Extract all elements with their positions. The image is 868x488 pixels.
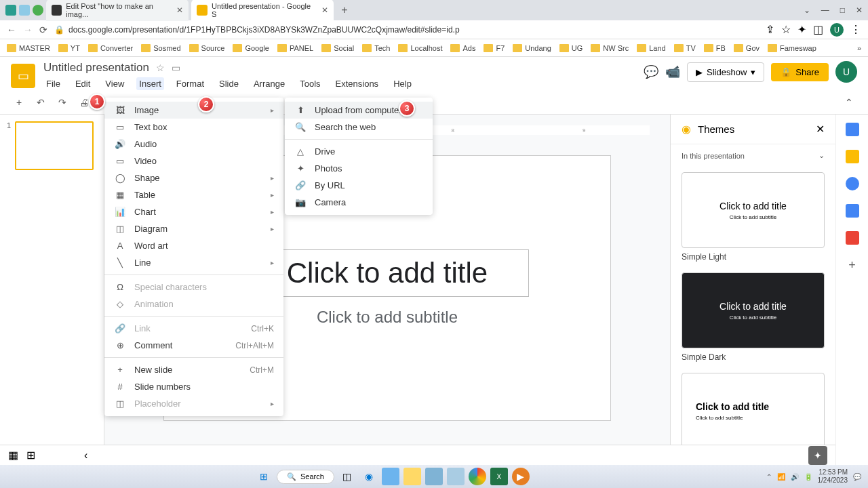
menu-slide[interactable]: Slide <box>216 77 241 90</box>
media-icon[interactable]: ▶ <box>512 468 530 485</box>
notification-icon[interactable]: 💬 <box>853 473 861 481</box>
minimize-icon[interactable]: — <box>821 5 829 15</box>
menu-view[interactable]: View <box>102 77 127 90</box>
slides-logo-icon[interactable]: ▭ <box>11 64 35 88</box>
battery-icon[interactable]: 🔋 <box>804 473 812 481</box>
meet-icon[interactable]: 📹 <box>665 64 680 79</box>
browser-tab-active[interactable]: Untitled presentation - Google S ✕ <box>191 0 334 21</box>
menu-edit[interactable]: Edit <box>73 77 93 90</box>
wifi-icon[interactable]: 📶 <box>777 473 785 481</box>
bookmark-item[interactable]: Gov <box>734 44 760 52</box>
theme-card[interactable]: Click to add title Click to add subtitle… <box>682 172 825 262</box>
bookmark-item[interactable]: PANEL <box>277 44 313 52</box>
ext-icon[interactable] <box>19 5 30 16</box>
share-icon[interactable]: ⇪ <box>766 23 774 36</box>
store-icon[interactable] <box>425 468 443 485</box>
bookmark-item[interactable]: FB <box>704 44 726 52</box>
slide-thumbnail[interactable]: 1 <box>7 121 97 170</box>
keep-icon[interactable] <box>846 150 859 163</box>
bookmark-item[interactable]: Localhost <box>398 44 442 52</box>
ext-icon[interactable] <box>33 5 43 16</box>
tasks-icon[interactable] <box>846 177 859 190</box>
close-icon[interactable]: ✕ <box>321 5 328 15</box>
forward-icon[interactable]: → <box>23 24 33 35</box>
themes-section[interactable]: In this presentation ⌄ <box>671 144 835 167</box>
explorer-icon[interactable] <box>403 468 421 485</box>
menu-item-audio[interactable]: 🔊Audio <box>104 136 283 152</box>
menu-tools[interactable]: Tools <box>297 77 323 90</box>
menu-item-textbox[interactable]: ▭Text box <box>104 119 283 136</box>
collapse-icon[interactable]: ⌃ <box>841 94 857 110</box>
back-icon[interactable]: ← <box>7 24 16 35</box>
chevron-up-icon[interactable]: ⌃ <box>766 473 772 481</box>
submenu-camera[interactable]: 📷Camera <box>285 194 433 211</box>
user-avatar[interactable]: U <box>835 61 857 83</box>
bookmark-item[interactable]: Social <box>321 44 354 52</box>
reload-icon[interactable]: ⟳ <box>39 24 47 35</box>
new-slide-button[interactable]: + <box>11 94 27 110</box>
bookmark-item[interactable]: UG <box>559 44 583 52</box>
menu-item-video[interactable]: ▭Video <box>104 152 283 169</box>
filmstrip-icon[interactable]: ▦ <box>8 449 18 462</box>
browser-tab[interactable]: Edit Post "how to make an imag... ✕ <box>46 0 189 21</box>
menu-item-wordart[interactable]: AWord art <box>104 237 283 254</box>
url-field[interactable]: 🔒 docs.google.com/presentation/d/1FP1HyT… <box>54 25 759 35</box>
bookmark-item[interactable]: F7 <box>484 44 505 52</box>
bookmark-item[interactable]: TV <box>674 44 696 52</box>
bookmark-item[interactable]: Converter <box>88 44 133 52</box>
profile-avatar[interactable]: U <box>830 23 844 37</box>
doc-title[interactable]: Untitled presentation <box>43 61 149 75</box>
bookmark-item[interactable]: NW Src <box>591 44 629 52</box>
move-icon[interactable]: ▭ <box>172 62 180 73</box>
volume-icon[interactable]: 🔊 <box>791 473 799 481</box>
menu-arrange[interactable]: Arrange <box>251 77 288 90</box>
bookmark-item[interactable]: YT <box>58 44 80 52</box>
notepad-icon[interactable] <box>447 468 465 485</box>
subtitle-placeholder[interactable]: Click to add subtitle <box>317 308 458 327</box>
chevron-left-icon[interactable]: ‹ <box>84 449 87 462</box>
menu-insert[interactable]: Insert <box>136 77 164 90</box>
bookmark-item[interactable]: Ads <box>450 44 475 52</box>
share-button[interactable]: 🔒 Share <box>771 63 829 81</box>
maps-icon[interactable] <box>846 231 859 245</box>
calendar-icon[interactable] <box>846 123 859 136</box>
comment-icon[interactable]: 💬 <box>644 64 658 79</box>
submenu-photos[interactable]: ✦Photos <box>285 160 433 177</box>
menu-item-line[interactable]: ╲Line▸ <box>104 254 283 271</box>
grid-icon[interactable]: ⊞ <box>26 449 35 462</box>
edge-icon[interactable]: ◉ <box>360 468 378 485</box>
bookmark-item[interactable]: MASTER <box>7 44 50 52</box>
submenu-by-url[interactable]: 🔗By URL <box>285 177 433 194</box>
title-placeholder[interactable]: Click to add title <box>245 249 529 297</box>
redo-button[interactable]: ↷ <box>54 94 71 110</box>
menu-icon[interactable]: ⋮ <box>850 23 861 36</box>
menu-item-slide-numbers[interactable]: #Slide numbers <box>104 378 283 395</box>
submenu-search-web[interactable]: 🔍Search the web <box>285 119 433 136</box>
new-tab-button[interactable]: + <box>336 2 353 18</box>
slideshow-button[interactable]: ▶ Slideshow ▾ <box>687 62 764 82</box>
ext-icon[interactable] <box>5 5 16 16</box>
bookmark-item[interactable]: Tech <box>362 44 390 52</box>
submenu-drive[interactable]: △Drive <box>285 143 433 160</box>
bookmark-item[interactable]: Undang <box>513 44 551 52</box>
menu-extensions[interactable]: Extensions <box>333 77 382 90</box>
chevron-down-icon[interactable]: ▾ <box>751 67 755 77</box>
task-view-icon[interactable]: ◫ <box>338 468 356 485</box>
theme-card[interactable]: Click to add title Click to add subtitle <box>682 373 825 449</box>
menu-format[interactable]: Format <box>174 77 207 90</box>
menu-item-chart[interactable]: 📊Chart▸ <box>104 203 283 220</box>
explore-button[interactable]: ✦ <box>808 446 827 465</box>
menu-item-image[interactable]: 🖼Image▸ <box>104 102 283 119</box>
contacts-icon[interactable] <box>846 204 859 218</box>
excel-icon[interactable]: X <box>490 468 508 485</box>
menu-item-shape[interactable]: ◯Shape▸ <box>104 169 283 186</box>
bookmark-item[interactable]: Source <box>189 44 225 52</box>
maximize-icon[interactable]: □ <box>840 5 845 15</box>
menu-item-table[interactable]: ▦Table▸ <box>104 186 283 203</box>
close-icon[interactable]: ✕ <box>816 123 825 136</box>
theme-card[interactable]: Click to add title Click to add subtitle… <box>682 272 825 362</box>
menu-file[interactable]: File <box>43 77 63 90</box>
undo-button[interactable]: ↶ <box>33 94 49 110</box>
bookmark-item[interactable]: Google <box>233 44 269 52</box>
menu-item-comment[interactable]: ⊕CommentCtrl+Alt+M <box>104 337 283 354</box>
